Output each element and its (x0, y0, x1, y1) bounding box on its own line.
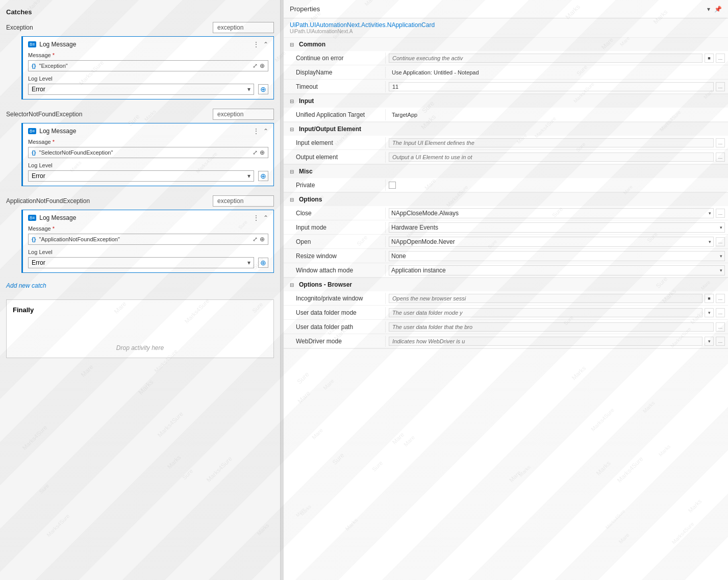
log-level-label-2: Log Level (28, 162, 268, 168)
section-misc-header[interactable]: ⊟ Misc (284, 165, 728, 178)
prop-label-input-mode: Input mode (284, 222, 386, 233)
log-level-select-2[interactable]: Error ▾ (28, 170, 254, 182)
more-options-icon-3[interactable]: ⋮ (253, 214, 259, 221)
prop-value-user-data-folder-mode: ▾ … (386, 307, 728, 319)
section-options-browser-header[interactable]: ⊟ Options - Browser (284, 278, 728, 291)
user-data-folder-path-ellipsis[interactable]: … (716, 322, 725, 332)
expand-expr-icon-1[interactable]: ⤢ (253, 62, 258, 69)
activity-sub-path: UiPath.UIAutomationNext.A (290, 29, 722, 34)
log-message-title-1: 8≡ Log Message (28, 41, 76, 48)
message-expression-2: {} "SelectorNotFoundException" ⤢ ⊕ (28, 147, 268, 158)
log-level-row-3: Error ▾ ⊕ (28, 257, 268, 268)
pin-props-icon[interactable]: 📌 (714, 6, 722, 13)
expand-expr-icon-2[interactable]: ⤢ (253, 149, 258, 156)
incognito-bool-btn[interactable]: ■ (705, 294, 714, 303)
section-misc-title: Misc (299, 168, 313, 175)
user-data-folder-path-input[interactable] (389, 322, 714, 332)
log-icon-3: 8≡ (28, 215, 36, 221)
resize-window-select[interactable]: None ▾ (389, 251, 725, 261)
prop-value-timeout: … (386, 81, 728, 93)
log-message-header-1: 8≡ Log Message ⋮ ⌃ (28, 41, 268, 48)
incognito-input[interactable] (389, 294, 702, 303)
prop-label-close: Close (284, 208, 386, 219)
add-expr-icon-2[interactable]: ⊕ (260, 149, 265, 156)
display-name-text: Use Application: Untitled - Notepad (389, 68, 482, 77)
expand-expr-icon-3[interactable]: ⤢ (253, 236, 258, 243)
prop-incognito: Incognito/private window ■ … (284, 291, 728, 306)
collapse-icon-1[interactable]: ⌃ (263, 41, 268, 48)
prop-label-input-element: Input element (284, 137, 386, 148)
collapse-props-icon[interactable]: ▾ (707, 6, 710, 13)
section-misc: ⊟ Misc Private (284, 165, 728, 193)
continue-on-error-bool-btn[interactable]: ■ (705, 54, 714, 63)
exception-input-1[interactable] (213, 22, 274, 33)
log-level-select-3[interactable]: Error ▾ (28, 257, 254, 268)
open-ellipsis[interactable]: … (716, 237, 725, 246)
log-level-label-1: Log Level (28, 75, 268, 82)
prop-value-open: NAppOpenMode.Never ▾ … (386, 235, 728, 248)
more-options-icon-2[interactable]: ⋮ (253, 128, 259, 135)
collapse-icon-3[interactable]: ⌃ (263, 214, 268, 221)
add-new-catch-btn[interactable]: Add new catch (6, 282, 274, 289)
prop-unified-app-target: Unified Application Target TargetApp (284, 108, 728, 122)
more-options-icon-1[interactable]: ⋮ (253, 41, 259, 48)
input-mode-select-arrow: ▾ (720, 225, 722, 230)
continue-on-error-input[interactable] (389, 54, 702, 63)
catch-block-2: SelectorNotFoundException 8≡ Log Message… (6, 109, 274, 186)
expand-common-icon: ⊟ (290, 42, 296, 47)
expr-text-1: "Exception" (39, 63, 249, 69)
log-message-title-2: 8≡ Log Message (28, 128, 76, 135)
exception-label-3: ApplicationNotFoundException (6, 197, 90, 205)
expr-text-3: "ApplicationNotFoundException" (39, 236, 249, 242)
incognito-ellipsis[interactable]: … (716, 294, 725, 303)
exception-input-2[interactable] (213, 109, 274, 120)
properties-header: Properties ▾ 📌 (284, 0, 728, 18)
output-element-input[interactable] (389, 153, 714, 162)
section-options-header[interactable]: ⊟ Options (284, 193, 728, 206)
timeout-input[interactable] (389, 82, 714, 91)
section-input-header[interactable]: ⊟ Input (284, 94, 728, 108)
add-log-level-btn-1[interactable]: ⊕ (258, 84, 268, 94)
add-expr-icon-1[interactable]: ⊕ (260, 62, 265, 69)
finally-section: Finally Drop activity here (6, 299, 274, 358)
section-common-header[interactable]: ⊟ Common (284, 38, 728, 51)
message-expression-3: {} "ApplicationNotFoundException" ⤢ ⊕ (28, 234, 268, 245)
prop-value-output-element: … (386, 151, 728, 163)
section-input-title: Input (299, 97, 314, 105)
resize-window-select-text: None (391, 253, 406, 260)
section-common: ⊟ Common Continue on error ■ … DisplayNa… (284, 38, 728, 94)
close-select-arrow: ▾ (709, 211, 711, 216)
output-element-ellipsis[interactable]: … (716, 153, 725, 162)
user-data-folder-mode-input[interactable] (389, 308, 702, 317)
input-element-input[interactable] (389, 138, 714, 147)
log-level-row-1: Error ▾ ⊕ (28, 84, 268, 95)
continue-on-error-ellipsis[interactable]: … (716, 54, 725, 63)
log-level-select-1[interactable]: Error ▾ (28, 84, 254, 95)
section-input-output-header[interactable]: ⊟ Input/Output Element (284, 122, 728, 136)
prop-label-user-data-folder-path: User data folder path (284, 321, 386, 333)
webdriver-mode-ellipsis[interactable]: … (716, 337, 725, 346)
activity-full-path: UiPath.UIAutomationNext.Activities.NAppl… (290, 21, 722, 29)
collapse-icon-2[interactable]: ⌃ (263, 128, 268, 135)
timeout-ellipsis[interactable]: … (716, 82, 725, 91)
add-expr-icon-3[interactable]: ⊕ (260, 236, 265, 243)
private-checkbox[interactable] (389, 182, 396, 189)
close-ellipsis[interactable]: … (716, 209, 725, 218)
user-data-folder-mode-ellipsis[interactable]: … (716, 308, 725, 317)
header-actions-2: ⋮ ⌃ (253, 128, 268, 135)
webdriver-mode-dropdown[interactable]: ▾ (705, 337, 714, 346)
add-log-level-btn-2[interactable]: ⊕ (258, 171, 268, 181)
log-level-row-2: Error ▾ ⊕ (28, 170, 268, 182)
webdriver-mode-input[interactable] (389, 337, 702, 346)
prop-label-incognito: Incognito/private window (284, 293, 386, 304)
input-mode-select[interactable]: Hardware Events ▾ (389, 222, 725, 233)
add-log-level-btn-3[interactable]: ⊕ (258, 258, 268, 268)
close-select[interactable]: NAppCloseMode.Always ▾ (389, 208, 714, 218)
exception-input-3[interactable] (213, 195, 274, 207)
open-select[interactable]: NAppOpenMode.Never ▾ (389, 237, 714, 247)
select-arrow-2: ▾ (247, 172, 250, 180)
section-options-browser-title: Options - Browser (299, 281, 352, 288)
user-data-folder-mode-dropdown[interactable]: ▾ (705, 308, 714, 317)
input-element-ellipsis[interactable]: … (716, 138, 725, 147)
window-attach-mode-select[interactable]: Application instance ▾ (389, 265, 725, 275)
